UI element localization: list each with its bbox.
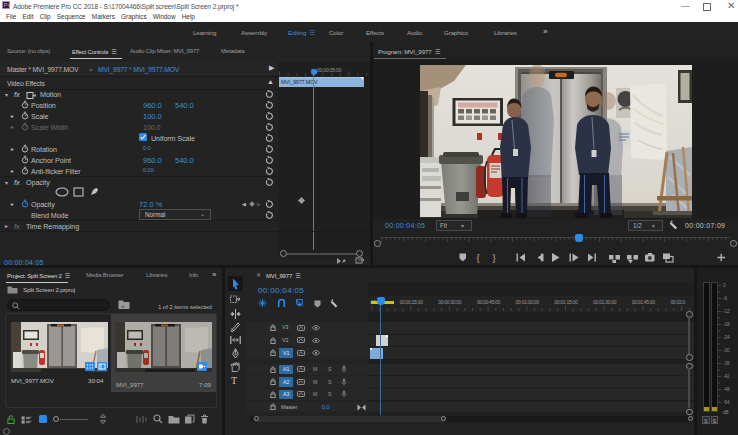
svg-text:}: } <box>493 252 496 263</box>
svg-text:00:00:45:00: 00:00:45:00 <box>477 299 501 305</box>
svg-text:0: 0 <box>723 283 726 288</box>
svg-text:00:01:15:00: 00:01:15:00 <box>554 299 578 305</box>
svg-text:-6: -6 <box>723 296 728 301</box>
svg-text:00:01:30:00: 00:01:30:00 <box>593 299 617 305</box>
svg-text:-42: -42 <box>723 374 730 379</box>
svg-text:-36: -36 <box>723 361 730 366</box>
svg-text:-30: -30 <box>723 348 730 353</box>
svg-text:00:01:00:00: 00:01:00:00 <box>516 299 540 305</box>
svg-text:{: { <box>477 252 480 263</box>
svg-text:-12: -12 <box>723 309 730 314</box>
svg-text:00:00:15:00: 00:00:15:00 <box>400 299 424 305</box>
svg-text:00:01:45:00: 00:01:45:00 <box>632 299 656 305</box>
svg-text:-48: -48 <box>723 387 730 392</box>
svg-text:-54: -54 <box>723 400 730 405</box>
svg-text:-18: -18 <box>723 322 730 327</box>
svg-text:00:02:0: 00:02:0 <box>670 299 685 305</box>
svg-text:dB: dB <box>723 410 729 415</box>
svg-text:00:00:30:00: 00:00:30:00 <box>438 299 462 305</box>
svg-text:-24: -24 <box>723 335 730 340</box>
